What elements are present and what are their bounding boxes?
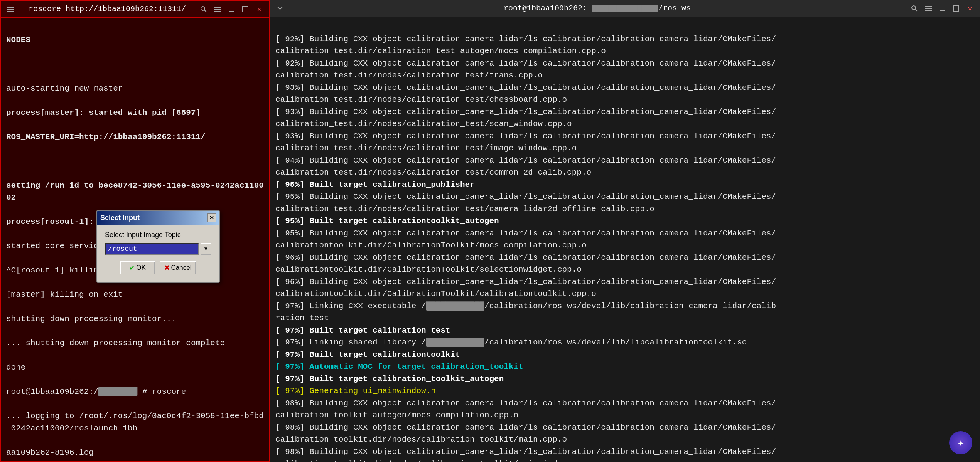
terminal-line: [ 97%] Built target calibrationtoolkit	[275, 350, 460, 359]
terminal-line: [ 97%] Generating ui_mainwindow.h	[275, 386, 436, 395]
terminal-line: calibration_test.dir/nodes/calibration_t…	[275, 71, 543, 80]
right-close-icon[interactable]: ✕	[965, 3, 975, 14]
svg-point-11	[912, 6, 916, 10]
terminal-line: [ 98%] Building CXX object calibration_c…	[275, 447, 776, 456]
dialog-input-row: ▼	[105, 243, 211, 255]
terminal-line: [ 98%] Building CXX object calibration_c…	[275, 423, 776, 432]
ok-button[interactable]: ✔ OK	[120, 261, 155, 274]
terminal-line: [ 93%] Building CXX object calibration_c…	[275, 132, 776, 141]
left-terminal: roscore http://1bbaa109b262:11311/ ✕ NOD…	[0, 0, 270, 462]
terminal-line: [ 97%] Automatic MOC for target calibrat…	[275, 362, 523, 371]
terminal-line: [ 93%] Building CXX object calibration_c…	[275, 83, 776, 92]
svg-rect-15	[925, 10, 932, 11]
dialog-title: Select Input	[100, 214, 140, 222]
terminal-line: [ 94%] Building CXX object calibration_c…	[275, 156, 776, 165]
terminal-line: calibrationtoolkit.dir/CalibrationToolki…	[275, 241, 587, 250]
terminal-line: calibrationtoolkit.dir/CalibrationToolki…	[275, 265, 582, 274]
right-titlebar-controls: ✕	[909, 3, 975, 14]
terminal-line: calibration_test.dir/nodes/calibration_t…	[275, 205, 654, 213]
svg-rect-17	[953, 6, 959, 11]
right-hamburger-icon[interactable]	[923, 3, 934, 14]
dialog-content: Select Input Image Topic ▼ ✔ OK ✖ Cancel	[97, 225, 219, 282]
terminal-line: [ 95%] Building CXX object calibration_c…	[275, 229, 776, 238]
dropdown-button[interactable]: ▼	[201, 243, 211, 255]
terminal-line: calibration_toolkit.dir/nodes/calibratio…	[275, 459, 596, 462]
right-terminal-title: root@1bbaa109b262: ████████████████/ros_…	[285, 4, 909, 13]
right-terminal: root@1bbaa109b262: ████████████████/ros_…	[270, 0, 980, 462]
terminal-line: [ 97%] Linking shared library /█████████…	[275, 338, 747, 347]
right-titlebar: root@1bbaa109b262: ████████████████/ros_…	[270, 0, 980, 17]
right-minimize-icon[interactable]	[937, 3, 948, 14]
terminal-line: calibration_test.dir/nodes/calibration_t…	[275, 119, 572, 128]
terminal-line: calibration_toolkit.dir/nodes/calibratio…	[275, 435, 567, 444]
terminal-line: calibration_test.dir/nodes/calibration_t…	[275, 168, 591, 177]
terminal-line: [ 92%] Building CXX object calibration_c…	[275, 59, 776, 68]
svg-rect-14	[925, 8, 932, 9]
terminal-line: calibration_toolkit_autogen/mocs_compila…	[275, 411, 518, 420]
terminal-line: [ 97%] Built target calibration_test	[275, 326, 450, 335]
terminal-line: [ 96%] Building CXX object calibration_c…	[275, 277, 776, 286]
terminal-line: calibration_test.dir/nodes/calibration_t…	[275, 95, 567, 104]
select-input-dialog: Select Input ✕ Select Input Image Topic …	[96, 210, 220, 283]
terminal-line: [ 98%] Building CXX object calibration_c…	[275, 399, 776, 408]
cancel-button[interactable]: ✖ Cancel	[160, 261, 196, 274]
terminal-line: [ 92%] Building CXX object calibration_c…	[275, 35, 776, 44]
dialog-close-button[interactable]: ✕	[207, 213, 216, 222]
dialog-titlebar: Select Input ✕	[97, 211, 219, 225]
terminal-line: calibration_test.dir/nodes/calibration_t…	[275, 144, 577, 153]
ok-icon: ✔	[129, 264, 135, 272]
right-terminal-body: [ 92%] Building CXX object calibration_c…	[270, 17, 980, 462]
dialog-label: Select Input Image Topic	[105, 231, 211, 239]
terminal-line: calibration_test.dir/calibration_test_au…	[275, 47, 606, 55]
terminal-line: [ 97%] Linking CXX executable /█████████…	[275, 302, 776, 311]
terminal-line: [ 97%] Built target calibration_toolkit_…	[275, 375, 504, 383]
terminal-line: [ 96%] Building CXX object calibration_c…	[275, 253, 776, 262]
right-terminal-icon	[275, 3, 285, 14]
terminal-line: [ 95%] Built target calibration_publishe…	[275, 180, 475, 189]
terminal-line: [ 93%] Building CXX object calibration_c…	[275, 108, 776, 116]
terminal-line: [ 95%] Built target calibrationtoolkit_a…	[275, 217, 499, 225]
right-maximize-icon[interactable]	[951, 3, 961, 14]
svg-rect-13	[925, 6, 932, 7]
terminal-line: ration_test	[275, 314, 329, 323]
svg-line-12	[915, 9, 917, 11]
cancel-label: Cancel	[171, 264, 192, 272]
terminal-line: [ 95%] Building CXX object calibration_c…	[275, 192, 776, 201]
dialog-buttons: ✔ OK ✖ Cancel	[105, 261, 211, 274]
terminal-line: calibrationtoolkit.dir/CalibrationToolki…	[275, 289, 596, 298]
dialog-overlay: Select Input ✕ Select Input Image Topic …	[1, 1, 269, 461]
svg-rect-10	[277, 5, 283, 12]
watermark-badge: ✦	[949, 431, 972, 454]
right-search-icon[interactable]	[909, 3, 920, 14]
topic-input[interactable]	[105, 243, 199, 255]
cancel-icon: ✖	[164, 264, 170, 272]
ok-label: OK	[136, 264, 146, 272]
